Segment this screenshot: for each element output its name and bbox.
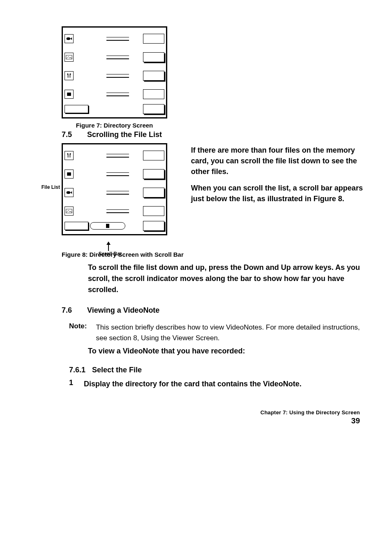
chapter-footer: Chapter 7: Using the Directory Screen [29,409,360,416]
paragraph: When you can scroll the list, a scroll b… [191,183,363,204]
paragraph: To scroll the file list down and up, pre… [88,262,363,295]
image-icon [65,53,74,62]
row-button[interactable] [143,71,164,81]
row-button[interactable] [143,206,164,216]
svg-point-12 [67,191,71,194]
note-icon [65,90,74,99]
bottom-button[interactable] [65,105,88,113]
subsection-title: 7.6.1Select the File [69,366,363,374]
row-button[interactable] [143,221,164,231]
scroll-bar[interactable] [90,222,125,230]
video-icon [65,188,74,197]
paragraph: To view a VideoNote that you have record… [88,346,363,357]
section-title: 7.6Viewing a VideoNote [62,306,363,315]
svg-point-4 [67,73,68,74]
bottom-button[interactable] [65,222,88,230]
row-button[interactable] [143,104,164,114]
arrow-icon [108,242,109,251]
svg-point-0 [67,37,71,40]
note-body: This section briefly describes how to vi… [96,322,363,343]
step-number: 1 [69,379,78,390]
svg-point-10 [70,153,71,154]
image-icon [65,207,74,216]
row-button[interactable] [143,34,164,44]
section-title: 7.5Scrolling the File List [62,130,363,139]
step-text: Display the directory for the card that … [84,379,363,390]
figure-caption: Figure 7: Directory Screen [62,118,167,130]
audio-icon [65,71,74,80]
row-button[interactable] [143,188,164,197]
scrollbar-annotation: Scroll Bar [92,251,129,257]
svg-rect-11 [67,172,71,176]
page-number: 39 [29,416,360,425]
note-head: Note: [69,322,87,330]
svg-rect-6 [67,93,71,96]
file-list-label: File List [41,184,60,190]
directory-screen-1 [62,26,167,118]
svg-point-9 [67,153,68,154]
audio-icon [65,151,74,160]
row-button[interactable] [143,52,164,62]
row-button[interactable] [143,89,164,99]
directory-screen-2 [62,143,167,235]
row-button[interactable] [143,151,164,160]
paragraph: If there are more than four files on the… [191,145,363,177]
video-icon [65,34,74,43]
row-button[interactable] [143,169,164,179]
svg-point-5 [70,73,71,74]
note-icon [65,170,74,179]
scroll-indicator [106,224,109,228]
